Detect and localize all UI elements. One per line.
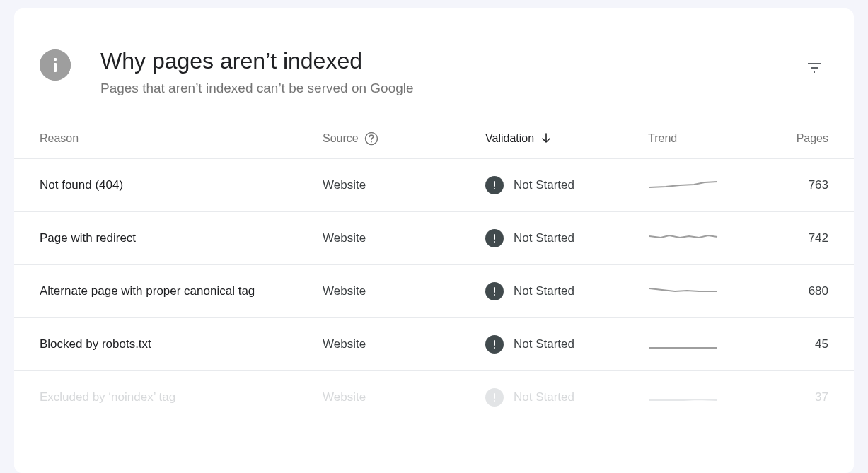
validation-label: Not Started: [514, 337, 574, 351]
cell-trend: [648, 335, 761, 354]
cell-trend: [648, 282, 761, 300]
cell-validation: Not Started: [485, 229, 648, 247]
svg-rect-7: [494, 234, 495, 240]
col-validation-label: Validation: [485, 132, 534, 145]
svg-rect-5: [494, 181, 495, 187]
title-block: Why pages aren’t indexed Pages that aren…: [100, 47, 804, 96]
help-icon[interactable]: [364, 132, 378, 146]
table-row[interactable]: Not found (404) Website Not Started 763: [14, 159, 854, 212]
cell-reason: Page with redirect: [40, 229, 323, 247]
card-header: Why pages aren’t indexed Pages that aren…: [14, 8, 854, 110]
svg-rect-10: [494, 294, 495, 296]
cell-pages: 742: [761, 231, 828, 245]
cell-trend: [648, 229, 761, 247]
cell-reason: Blocked by robots.txt: [40, 335, 323, 354]
table-row[interactable]: Excluded by ‘noindex’ tag Website Not St…: [14, 371, 854, 424]
svg-rect-6: [494, 188, 495, 189]
cell-pages: 45: [761, 337, 828, 351]
svg-rect-14: [494, 400, 495, 402]
exclamation-icon: [485, 282, 504, 300]
cell-source: Website: [323, 337, 485, 351]
validation-label: Not Started: [514, 390, 574, 404]
svg-rect-13: [494, 393, 495, 399]
cell-source: Website: [323, 178, 485, 192]
cell-reason: Not found (404): [40, 176, 323, 194]
exclamation-icon: [485, 388, 504, 407]
cell-pages: 680: [761, 284, 828, 298]
svg-point-4: [371, 141, 372, 143]
cell-trend: [648, 388, 761, 407]
col-pages[interactable]: Pages: [761, 132, 828, 145]
svg-rect-2: [54, 58, 57, 61]
cell-trend: [648, 176, 761, 194]
col-trend-label: Trend: [648, 132, 677, 145]
cell-source: Website: [323, 284, 485, 298]
svg-rect-1: [54, 63, 57, 72]
col-source[interactable]: Source: [323, 132, 485, 146]
col-validation[interactable]: Validation: [485, 132, 648, 145]
table-row[interactable]: Page with redirect Website Not Started 7…: [14, 212, 854, 265]
table-row[interactable]: Alternate page with proper canonical tag…: [14, 265, 854, 318]
cell-validation: Not Started: [485, 176, 648, 194]
svg-rect-11: [494, 340, 495, 346]
cell-source: Website: [323, 390, 485, 404]
exclamation-icon: [485, 176, 504, 194]
cell-validation: Not Started: [485, 335, 648, 354]
reasons-table: Reason Source Validation Trend Pages: [14, 110, 854, 424]
info-icon: [40, 49, 71, 81]
exclamation-icon: [485, 229, 504, 247]
cell-validation: Not Started: [485, 282, 648, 300]
arrow-down-icon: [540, 132, 552, 145]
indexing-reasons-card: Why pages aren’t indexed Pages that aren…: [14, 8, 854, 473]
svg-rect-9: [494, 287, 495, 293]
col-pages-label: Pages: [797, 132, 828, 145]
validation-label: Not Started: [514, 178, 574, 192]
cell-reason: Alternate page with proper canonical tag: [40, 282, 323, 300]
table-header-row: Reason Source Validation Trend Pages: [14, 110, 854, 159]
validation-label: Not Started: [514, 231, 574, 245]
card-title: Why pages aren’t indexed: [100, 47, 804, 75]
cell-reason: Excluded by ‘noindex’ tag: [40, 388, 323, 407]
exclamation-icon: [485, 335, 504, 354]
table-row[interactable]: Blocked by robots.txt Website Not Starte…: [14, 318, 854, 371]
card-subtitle: Pages that aren’t indexed can’t be serve…: [100, 81, 804, 96]
svg-rect-8: [494, 241, 495, 243]
cell-pages: 37: [761, 390, 828, 404]
filter-button[interactable]: [804, 58, 824, 78]
cell-pages: 763: [761, 178, 828, 192]
col-reason[interactable]: Reason: [40, 132, 323, 145]
cell-validation: Not Started: [485, 388, 648, 407]
col-source-label: Source: [323, 132, 359, 145]
col-reason-label: Reason: [40, 132, 79, 145]
svg-rect-12: [494, 347, 495, 349]
col-trend[interactable]: Trend: [648, 132, 761, 145]
cell-source: Website: [323, 231, 485, 245]
validation-label: Not Started: [514, 284, 574, 298]
